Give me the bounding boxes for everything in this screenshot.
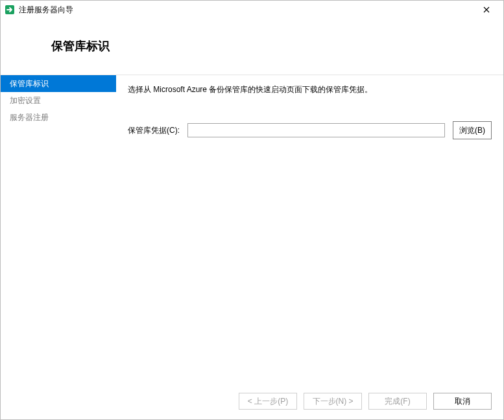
wizard-content: 选择从 Microsoft Azure 备份保管库的快速启动页面下载的保管库凭据… (116, 75, 503, 383)
close-icon (483, 6, 490, 13)
wizard-footer: < 上一步(P) 下一步(N) > 完成(F) 取消 (1, 383, 503, 419)
sidebar-item-encryption-settings[interactable]: 加密设置 (1, 92, 116, 109)
app-icon (5, 5, 15, 15)
wizard-window: 注册服务器向导 保管库标识 保管库标识 加密设置 服务器注册 选择从 Micro… (0, 0, 504, 420)
wizard-header: 保管库标识 (1, 19, 503, 75)
finish-button[interactable]: 完成(F) (368, 393, 427, 410)
wizard-sidebar: 保管库标识 加密设置 服务器注册 (1, 75, 116, 383)
credential-label: 保管库凭据(C): (128, 125, 187, 136)
next-button[interactable]: 下一步(N) > (304, 393, 362, 410)
page-title: 保管库标识 (51, 38, 503, 54)
browse-button[interactable]: 浏览(B) (453, 121, 492, 139)
titlebar: 注册服务器向导 (1, 1, 503, 19)
close-button[interactable] (474, 1, 499, 18)
window-title: 注册服务器向导 (19, 5, 474, 16)
credential-input[interactable] (187, 123, 445, 137)
previous-button[interactable]: < 上一步(P) (239, 393, 297, 410)
cancel-button[interactable]: 取消 (433, 393, 492, 410)
instruction-text: 选择从 Microsoft Azure 备份保管库的快速启动页面下载的保管库凭据… (128, 84, 492, 95)
sidebar-item-server-registration[interactable]: 服务器注册 (1, 109, 116, 126)
sidebar-item-vault-identification[interactable]: 保管库标识 (1, 75, 116, 92)
credential-row: 保管库凭据(C): 浏览(B) (128, 121, 492, 139)
wizard-body: 保管库标识 加密设置 服务器注册 选择从 Microsoft Azure 备份保… (1, 75, 503, 383)
